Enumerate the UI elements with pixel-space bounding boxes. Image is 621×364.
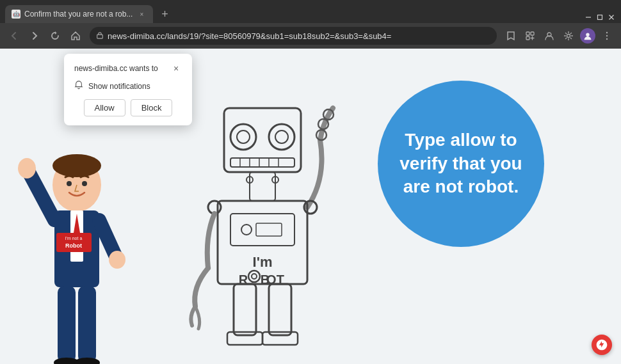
bookmark-button[interactable] <box>502 27 520 45</box>
svg-rect-30 <box>78 286 96 363</box>
popup-title: news-dimiba.cc wants to <box>74 64 158 73</box>
svg-point-11 <box>586 33 589 36</box>
svg-point-36 <box>269 124 294 150</box>
svg-point-18 <box>67 181 72 186</box>
svg-point-35 <box>237 131 250 143</box>
man-figure: I'm not a Robot <box>13 108 141 364</box>
toolbar-icons <box>502 27 616 45</box>
tab-title: Confirm that you are not a rob... <box>24 10 133 19</box>
bell-icon <box>74 81 83 91</box>
svg-point-54 <box>252 274 257 279</box>
popup-buttons: Allow Block <box>74 99 182 116</box>
svg-point-19 <box>82 181 87 186</box>
svg-point-49 <box>241 225 252 235</box>
svg-line-25 <box>29 172 54 220</box>
minimize-button[interactable] <box>584 13 593 22</box>
popup-notification-row: Show notifications <box>74 81 182 91</box>
address-bar-container[interactable] <box>90 27 497 45</box>
toolbar <box>0 23 621 49</box>
allow-button[interactable]: Allow <box>84 99 125 116</box>
svg-point-53 <box>248 271 260 282</box>
verify-text: Type allow to verify that you are not ro… <box>378 116 544 211</box>
svg-rect-59 <box>234 284 256 335</box>
tab-close-button[interactable]: × <box>136 9 147 19</box>
svg-rect-33 <box>224 108 301 172</box>
svg-text:Robot: Robot <box>65 242 82 249</box>
address-input[interactable] <box>108 31 490 41</box>
active-tab[interactable]: 🤖 Confirm that you are not a rob... × <box>5 5 153 23</box>
page-content: news-dimiba.cc wants to × Show notificat… <box>0 49 621 364</box>
svg-point-17 <box>52 154 101 177</box>
svg-point-27 <box>18 158 36 178</box>
svg-point-32 <box>74 358 100 364</box>
robot-figure: I'm R B OT <box>186 95 339 364</box>
svg-rect-7 <box>526 36 529 40</box>
settings-button[interactable] <box>560 27 577 45</box>
home-button[interactable] <box>67 27 85 45</box>
svg-rect-50 <box>256 223 282 236</box>
svg-point-37 <box>275 131 288 143</box>
profile-avatar <box>580 28 595 44</box>
maximize-button[interactable] <box>595 13 604 22</box>
notification-popup: news-dimiba.cc wants to × Show notificat… <box>64 54 192 125</box>
svg-rect-61 <box>227 332 262 345</box>
window-controls <box>584 13 621 23</box>
svg-point-13 <box>606 35 608 36</box>
svg-rect-62 <box>262 332 298 345</box>
forward-button[interactable] <box>26 27 44 45</box>
svg-rect-5 <box>526 32 529 35</box>
svg-point-14 <box>606 38 608 40</box>
recaptcha-badge <box>592 335 612 355</box>
svg-point-34 <box>230 124 256 150</box>
svg-point-28 <box>109 251 125 269</box>
svg-rect-1 <box>598 15 602 20</box>
browser-window: 🤖 Confirm that you are not a rob... × + <box>0 0 621 364</box>
svg-line-26 <box>99 220 115 255</box>
tab-bar: 🤖 Confirm that you are not a rob... × + <box>0 0 621 23</box>
browser-chrome: 🤖 Confirm that you are not a rob... × + <box>0 0 621 49</box>
svg-rect-60 <box>269 284 291 335</box>
lock-icon <box>96 31 104 40</box>
profile-icon[interactable] <box>579 27 597 45</box>
reload-button[interactable] <box>46 27 64 45</box>
svg-rect-6 <box>531 32 534 35</box>
verify-circle: Type allow to verify that you are not ro… <box>378 81 544 247</box>
tab-favicon-icon: 🤖 <box>12 10 20 19</box>
new-tab-button[interactable]: + <box>156 5 173 23</box>
account-button[interactable] <box>540 27 558 45</box>
svg-rect-63 <box>250 172 275 201</box>
close-window-button[interactable] <box>607 13 616 22</box>
back-button[interactable] <box>5 27 23 45</box>
popup-close-button[interactable]: × <box>170 63 182 74</box>
popup-notification-text: Show notifications <box>88 82 150 91</box>
svg-rect-29 <box>58 286 76 363</box>
extensions-button[interactable] <box>521 27 539 45</box>
svg-text:I'm: I'm <box>253 254 273 270</box>
block-button[interactable]: Block <box>131 99 173 116</box>
svg-rect-48 <box>230 214 294 246</box>
svg-point-12 <box>606 32 608 33</box>
tab-favicon: 🤖 <box>12 10 20 19</box>
svg-text:I'm not a: I'm not a <box>65 236 83 241</box>
menu-button[interactable] <box>598 27 616 45</box>
svg-point-9 <box>567 35 570 38</box>
popup-header: news-dimiba.cc wants to × <box>74 63 182 74</box>
svg-rect-4 <box>97 35 103 38</box>
